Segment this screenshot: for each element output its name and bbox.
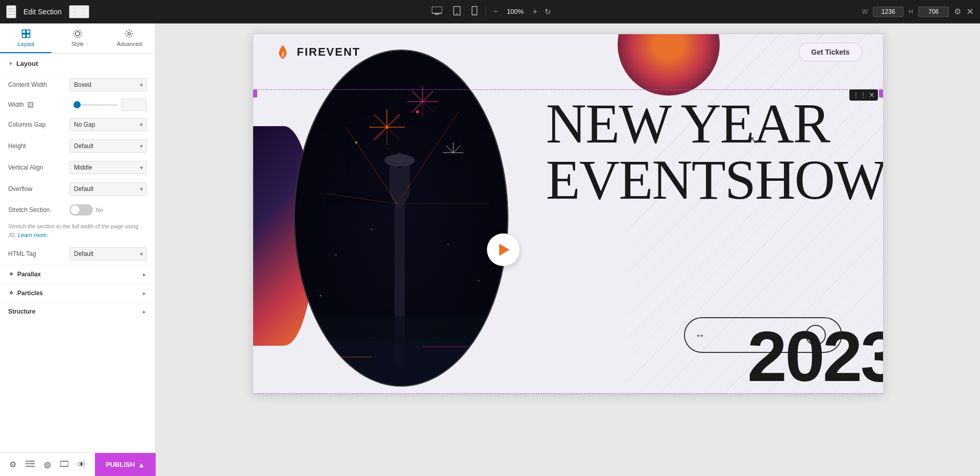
svg-point-51 [335, 254, 336, 255]
logo-text: FIREVENT [297, 45, 361, 59]
tab-advanced[interactable]: Advanced [104, 23, 155, 53]
svg-point-55 [320, 295, 321, 297]
structure-section[interactable]: Structure ► [0, 302, 155, 320]
divider [485, 7, 486, 17]
parallax-icon: ⚬ [8, 270, 14, 278]
floating-toolbar-close[interactable]: ✕ [869, 91, 875, 99]
svg-rect-8 [22, 34, 26, 38]
logo-flame-icon [274, 43, 292, 61]
tab-style[interactable]: Style [52, 23, 103, 53]
parallax-label: Parallax [17, 271, 41, 278]
tablet-device-btn[interactable] [450, 4, 463, 19]
toggle-knob [70, 205, 80, 215]
html-tag-select[interactable]: DefaultHeaderMainFooter [69, 247, 147, 260]
height-row: Height DefaultFull HeightMin Height ▼ [0, 135, 155, 157]
top-bar-right: W H ⚙ ✕ [862, 6, 974, 17]
overflow-select[interactable]: DefaultHidden [69, 182, 147, 196]
tab-layout[interactable]: Layout [0, 23, 52, 53]
width-value-input[interactable] [121, 99, 147, 111]
floating-toolbar-drag[interactable]: ⋮⋮ [852, 91, 867, 99]
preview-btn[interactable]: 👁 [75, 458, 89, 471]
selection-handle-tr[interactable] [879, 89, 884, 98]
svg-rect-16 [60, 461, 68, 466]
settings-bottom-btn[interactable]: ⚙ [6, 458, 19, 471]
svg-point-54 [478, 280, 479, 281]
vertical-align-select[interactable]: TopMiddleBottom [69, 161, 147, 174]
play-icon [499, 244, 509, 256]
floating-toolbar: ⋮⋮ ✕ [849, 89, 878, 101]
stretch-note: Stretch the section to the full width of… [0, 220, 155, 243]
stretch-toggle-label: No [96, 207, 103, 213]
svg-point-12 [128, 33, 131, 35]
oval-fireworks-image [294, 50, 508, 387]
monitor-icon: 🖼 [27, 101, 34, 109]
vertical-align-row: Vertical Align TopMiddleBottom ▼ [0, 157, 155, 178]
layout-collapse-arrow: ▼ [8, 61, 13, 66]
sidebar-tabs: Layout Style Advanced [0, 23, 155, 54]
logo-wrap: FIREVENT [274, 43, 361, 61]
tab-layout-label: Layout [17, 41, 34, 47]
svg-point-20 [416, 110, 419, 113]
svg-rect-0 [432, 7, 442, 13]
canvas: FIREVENT Get Tickets [156, 23, 980, 476]
fireworks-svg [295, 51, 508, 387]
top-bar: ☰ Edit Section ⋮⋮ − 100% + ↻ W H ⚙ ✕ [0, 0, 980, 23]
structure-arrow: ► [142, 309, 147, 315]
svg-point-56 [488, 316, 489, 317]
particles-section[interactable]: ⚬ Particles ► [0, 283, 155, 302]
width-field-label: Width [8, 101, 24, 108]
sidebar-content: ▼ Layout Content Width BoxedFull Width ▼… [0, 54, 155, 476]
bottom-actions: ⚙ ◍ 👁 [0, 458, 95, 471]
page-header: FIREVENT Get Tickets [253, 34, 883, 70]
stretch-section-row: Stretch Section No [0, 200, 155, 220]
zoom-out-btn[interactable]: − [491, 6, 500, 17]
settings-btn[interactable]: ⚙ [954, 7, 961, 16]
grid-icon[interactable]: ⋮⋮ [69, 5, 89, 18]
svg-rect-48 [295, 316, 508, 342]
structure-label: Structure [8, 308, 35, 315]
stretch-toggle[interactable] [69, 204, 93, 216]
slide-left-arrow: ↔ [695, 329, 705, 341]
svg-rect-9 [26, 34, 30, 38]
sidebar: Layout Style Advanced ▼ Layout Content W… [0, 23, 156, 476]
width-input[interactable] [873, 7, 903, 17]
mobile-device-btn[interactable] [469, 4, 480, 19]
hero-title: NEW YEAR EVENTSHOW [546, 96, 884, 208]
layout-section-header[interactable]: ▼ Layout [0, 54, 155, 74]
overflow-label: Overflow [8, 185, 69, 193]
svg-point-11 [74, 30, 81, 38]
layers-btn[interactable] [22, 458, 38, 471]
height-select[interactable]: DefaultFull HeightMin Height [69, 139, 147, 153]
page-preview: FIREVENT Get Tickets [253, 34, 884, 394]
menu-icon[interactable]: ☰ [6, 5, 16, 18]
content-width-row: Content Width BoxedFull Width ▼ [0, 74, 155, 96]
bottom-bar: ⚙ ◍ 👁 PUBLISH ▲ [0, 453, 156, 476]
publish-button[interactable]: PUBLISH ▲ [95, 453, 156, 476]
height-input[interactable] [918, 7, 949, 17]
close-btn[interactable]: ✕ [966, 6, 974, 17]
html-tag-row: HTML Tag DefaultHeaderMainFooter ▼ [0, 243, 155, 265]
learn-more-link[interactable]: Learn more. [18, 232, 48, 238]
responsive-btn[interactable] [57, 458, 71, 471]
desktop-device-btn[interactable] [429, 5, 445, 19]
columns-gap-select[interactable]: No GapNarrowDefaultWide [69, 118, 147, 131]
svg-rect-6 [22, 30, 26, 34]
undo-btn[interactable]: ↻ [545, 7, 551, 16]
particles-arrow: ► [142, 291, 147, 296]
columns-gap-label: Columns Gap [8, 121, 69, 128]
content-width-select[interactable]: BoxedFull Width [69, 78, 147, 91]
history-btn[interactable]: ◍ [41, 458, 54, 471]
play-button[interactable] [487, 233, 520, 266]
svg-point-3 [456, 13, 457, 14]
particles-label: Particles [17, 290, 43, 297]
html-tag-label: HTML Tag [8, 250, 69, 257]
selection-handle-tl[interactable] [253, 89, 257, 98]
width-row: Width 🖼 [0, 96, 155, 114]
overflow-row: Overflow DefaultHidden ▼ [0, 178, 155, 200]
get-tickets-btn[interactable]: Get Tickets [798, 42, 862, 62]
svg-point-52 [371, 229, 372, 230]
parallax-section[interactable]: ⚬ Parallax ► [0, 265, 155, 283]
columns-gap-row: Columns Gap No GapNarrowDefaultWide ▼ [0, 114, 155, 135]
zoom-in-btn[interactable]: + [531, 6, 540, 17]
width-slider[interactable] [74, 104, 117, 106]
